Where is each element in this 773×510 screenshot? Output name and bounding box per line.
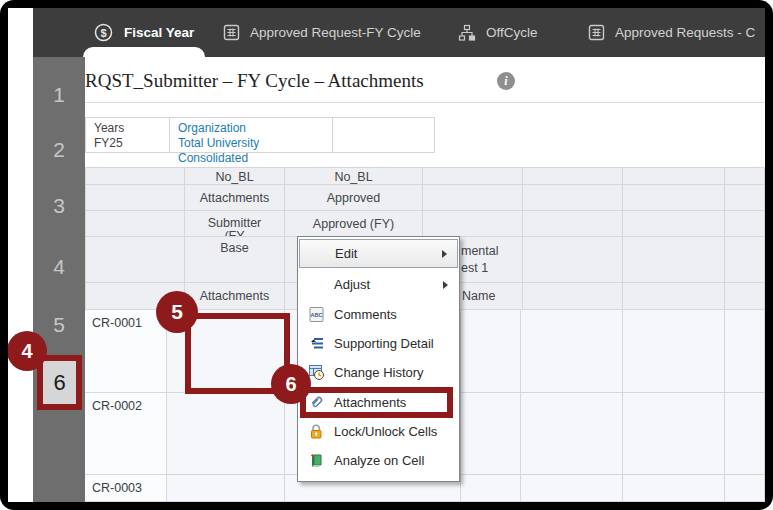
submenu-arrow-icon [442, 250, 447, 258]
menu-item-analyze-on-cell[interactable]: Analyze on Cell [299, 446, 458, 475]
clipped-second-line: (FY [185, 230, 284, 237]
header-member: Attachments [185, 283, 285, 310]
tab-bar: $ Fiscal Year Approved Request-FY Cycle [33, 8, 765, 57]
currency-cycle-icon: $ [93, 22, 114, 43]
header-member: Approved (FY) [285, 211, 423, 237]
hierarchy-icon [458, 24, 476, 42]
row-label[interactable]: CR-0003 [85, 475, 167, 502]
data-cell[interactable] [461, 475, 521, 502]
cell-context-menu: Edit Adjust ABC Comments [297, 236, 460, 482]
clipped-text-fragment: mental [461, 244, 499, 258]
data-cell[interactable] [725, 475, 765, 502]
analyze-icon [308, 452, 325, 469]
menu-item-supporting-detail[interactable]: Supporting Detail [299, 329, 458, 358]
menu-item-lock-unlock-cells[interactable]: Lock/Unlock Cells [299, 417, 458, 446]
data-cell[interactable] [167, 393, 285, 475]
menu-item-change-history[interactable]: Change History [299, 358, 458, 387]
info-icon[interactable]: i [497, 72, 515, 90]
pov-empty-cell [333, 117, 435, 153]
form-grid-icon [223, 24, 240, 41]
callout-badge-5: 5 [156, 291, 198, 333]
callout-badge-4: 4 [8, 331, 47, 371]
tab-approved-request-fy-cycle[interactable]: Approved Request-FY Cycle [223, 8, 421, 57]
rail-number-2: 2 [33, 138, 85, 162]
tab-approved-requests-c[interactable]: Approved Requests - C [588, 8, 755, 57]
svg-text:ABC: ABC [311, 312, 323, 318]
svg-text:$: $ [100, 27, 106, 39]
header-row-2: Attachments Approved [85, 185, 765, 211]
data-cell[interactable] [461, 310, 521, 393]
pov-dimension-value[interactable]: Total University Consolidated [178, 136, 324, 166]
page-title: RQST_Submitter – FY Cycle – Attachments [85, 70, 424, 92]
change-history-icon [308, 364, 325, 381]
data-cell[interactable] [461, 393, 521, 475]
tab-label: Fiscal Year [124, 25, 194, 40]
clipped-text-fragment: Name [462, 289, 495, 303]
tab-fiscal-year[interactable]: $ Fiscal Year [93, 8, 194, 57]
tab-offcycle[interactable]: OffCycle [458, 8, 538, 57]
header-member: Submitter (FY [185, 211, 285, 237]
data-cell[interactable] [521, 393, 623, 475]
lock-icon [308, 423, 325, 440]
rail-number-1: 1 [33, 83, 85, 107]
header-row-3: Submitter (FY Approved (FY) [85, 211, 765, 237]
pov-bar: Years FY25 Organization Total University… [85, 117, 435, 153]
rail-number-4: 4 [33, 255, 85, 279]
data-cell[interactable] [623, 393, 725, 475]
row-label[interactable]: CR-0002 [85, 393, 167, 475]
header-row-1: No_BL No_BL [85, 167, 765, 185]
step-rail: 1 2 3 4 5 6 [33, 57, 85, 502]
pov-dimension-value[interactable]: FY25 [94, 136, 161, 151]
screenshot-stage: $ Fiscal Year Approved Request-FY Cycle [0, 0, 773, 510]
rail-number-5: 5 [33, 313, 85, 337]
row-label[interactable]: CR-0001 [85, 310, 167, 393]
pov-dimension-label: Years [94, 121, 161, 136]
clipped-text-fragment: est 1 [461, 261, 488, 275]
data-cell[interactable] [725, 310, 765, 393]
data-cell[interactable] [167, 475, 285, 502]
tab-label: Approved Request-FY Cycle [250, 25, 421, 40]
pov-dimension-label: Organization [178, 121, 324, 136]
data-cell[interactable] [521, 310, 623, 393]
menu-item-comments[interactable]: ABC Comments [299, 300, 458, 329]
data-cell[interactable] [623, 475, 725, 502]
tab-label: OffCycle [486, 25, 538, 40]
header-member: No_BL [185, 167, 285, 185]
data-cell[interactable] [725, 393, 765, 475]
tab-label: Approved Requests - C [615, 25, 755, 40]
data-cell[interactable] [623, 310, 725, 393]
data-cell[interactable] [521, 475, 623, 502]
pov-years[interactable]: Years FY25 [85, 117, 170, 153]
header-member: Attachments [185, 185, 285, 211]
header-member: Approved [285, 185, 423, 211]
header-member: No_BL [285, 167, 423, 185]
comments-icon: ABC [308, 306, 325, 323]
menu-item-edit[interactable]: Edit [299, 239, 458, 268]
callout-rect-step4 [37, 355, 82, 410]
form-grid-icon [588, 24, 605, 41]
header-member: Base [185, 237, 285, 283]
supporting-detail-icon [308, 335, 325, 352]
submenu-arrow-icon [443, 281, 448, 289]
rail-number-3: 3 [33, 194, 85, 218]
title-separator [85, 102, 765, 103]
callout-rect-step6 [300, 387, 453, 418]
callout-badge-6: 6 [271, 364, 311, 404]
page: $ Fiscal Year Approved Request-FY Cycle [8, 8, 765, 502]
menu-item-adjust[interactable]: Adjust [299, 270, 458, 299]
pov-organization[interactable]: Organization Total University Consolidat… [170, 117, 333, 153]
